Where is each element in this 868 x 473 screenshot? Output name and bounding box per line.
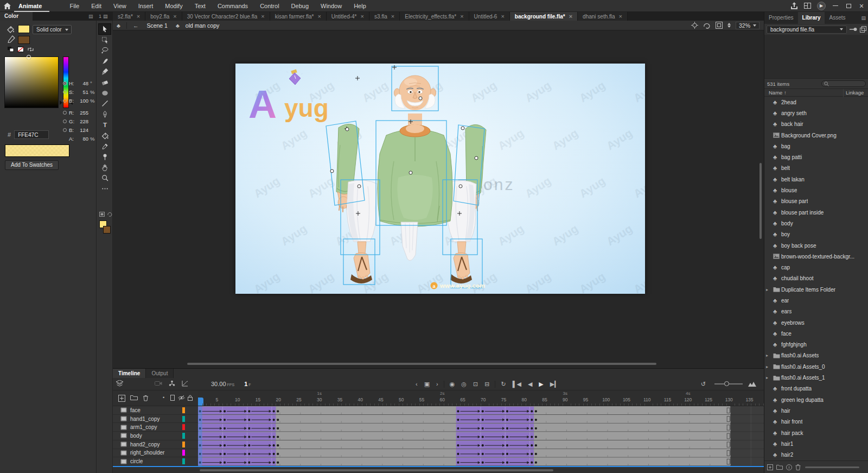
library-item[interactable]: ♣face — [764, 328, 868, 339]
menu-commands[interactable]: Commands — [212, 0, 254, 12]
column-name[interactable]: Name ↑ — [769, 90, 787, 96]
radio-button[interactable] — [63, 99, 67, 103]
color-row-s1[interactable]: S:51% — [63, 88, 95, 96]
default-colors-icon[interactable] — [8, 47, 14, 52]
layers-stack-icon[interactable] — [116, 380, 123, 388]
library-item[interactable]: ♣green leg dupatta — [764, 394, 868, 405]
workspace-icon[interactable] — [801, 0, 814, 12]
reset-timeline-zoom-icon[interactable]: ↺ — [701, 381, 706, 388]
canvas-horizontal-scrollbar[interactable] — [187, 363, 656, 365]
library-item[interactable]: ♣hair front — [764, 417, 868, 427]
library-item[interactable]: ♣hair1 — [764, 438, 868, 449]
back-arrow-icon[interactable]: ← — [133, 22, 139, 29]
timeline-zoom-slider[interactable] — [714, 383, 743, 384]
close-icon[interactable]: × — [460, 14, 463, 19]
expand-chevron-icon[interactable]: ▸ — [766, 287, 768, 292]
document-tab[interactable]: s2.fla*× — [113, 12, 145, 21]
rotation-icon[interactable] — [703, 22, 711, 29]
lasso-tool[interactable] — [99, 45, 111, 55]
library-item[interactable]: Background Cover.png — [764, 130, 868, 141]
new-folder-icon[interactable] — [776, 465, 783, 470]
library-horizontal-scrollbar[interactable] — [805, 466, 859, 468]
library-item[interactable]: ▸flash0.ai Assets_1 — [764, 372, 868, 383]
graph-editor-icon[interactable] — [182, 380, 188, 388]
saturation-brightness-box[interactable] — [4, 56, 59, 108]
layer-row[interactable]: face — [113, 406, 198, 415]
panel-menu-icon[interactable]: ▤ — [88, 14, 93, 19]
close-icon[interactable]: × — [173, 14, 176, 19]
camera-mode-icon[interactable] — [99, 212, 105, 217]
color-row-b2[interactable]: B:100% — [63, 97, 95, 104]
library-item[interactable]: ♣hair2 — [764, 450, 868, 461]
color-panel-tab[interactable]: Color — [0, 12, 33, 21]
close-icon[interactable]: × — [361, 14, 364, 19]
library-item[interactable]: ♣belt — [764, 163, 868, 174]
library-item[interactable]: ♣angry seth — [764, 108, 868, 118]
library-item[interactable]: ♣blouse part inside — [764, 207, 868, 218]
close-icon[interactable]: × — [569, 14, 572, 19]
rewind-icon[interactable]: ▌◀ — [513, 381, 521, 388]
close-icon[interactable]: × — [137, 14, 140, 19]
more-tool[interactable] — [99, 184, 111, 194]
menu-control[interactable]: Control — [254, 0, 285, 12]
expand-chevron-icon[interactable]: ▸ — [766, 364, 768, 369]
classic-brush-tool[interactable] — [99, 66, 111, 77]
library-item[interactable]: ♣cap — [764, 262, 868, 273]
color-row-r3[interactable]: R:255 — [63, 109, 95, 116]
eraser-tool[interactable] — [99, 77, 111, 87]
hand-tool[interactable] — [99, 162, 111, 173]
menu-view[interactable]: View — [107, 0, 132, 12]
close-icon[interactable]: × — [391, 14, 394, 19]
document-tab[interactable]: s3.fla× — [369, 12, 400, 21]
new-folder-icon[interactable] — [130, 395, 138, 402]
color-row-a6[interactable]: A:80% — [63, 135, 95, 142]
loop-icon[interactable]: ↻ — [501, 381, 506, 388]
properties-icon[interactable] — [786, 464, 792, 470]
asset-warp-tool[interactable] — [99, 152, 111, 162]
close-icon[interactable]: × — [261, 14, 264, 19]
new-layer-icon[interactable] — [118, 395, 125, 403]
color-cursor[interactable] — [27, 55, 31, 59]
layer-row[interactable]: body — [113, 432, 198, 440]
edit-multiple-frames-icon[interactable]: ⊡ — [473, 381, 478, 388]
menu-edit[interactable]: Edit — [85, 0, 107, 12]
document-tab[interactable]: dhani seth.fla× — [578, 12, 628, 21]
stage[interactable]: AyugAyugAyugAyugAyugAyugAyugAyugAyugAyug… — [235, 64, 645, 294]
playhead[interactable] — [198, 398, 203, 406]
current-color-swatch[interactable] — [5, 144, 69, 157]
stroke-pencil-icon[interactable] — [8, 35, 15, 44]
document-tab[interactable]: Electricity_effects.fla*× — [400, 12, 469, 21]
library-item[interactable]: ▸flash0.ai Assets_0 — [764, 361, 868, 372]
library-item[interactable]: ♣ears — [764, 306, 868, 317]
center-frame-icon[interactable] — [691, 22, 698, 29]
new-symbol-icon[interactable] — [767, 464, 773, 470]
delete-layer-icon[interactable] — [143, 395, 149, 402]
play-icon[interactable]: ▶ — [539, 381, 543, 388]
library-item[interactable]: ♣ear — [764, 295, 868, 306]
layer-row[interactable]: right_shoulder — [113, 449, 198, 458]
library-item[interactable]: ▸flash0.ai Assets — [764, 350, 868, 361]
document-tab[interactable]: kisan farmer.fla*× — [270, 12, 327, 21]
add-to-swatches-button[interactable]: Add To Swatches — [5, 160, 59, 170]
radio-button[interactable] — [63, 128, 67, 132]
pen-tool[interactable] — [99, 109, 111, 119]
library-item[interactable]: ♣back hair — [764, 119, 868, 130]
timeline-tab-timeline[interactable]: Timeline — [113, 369, 146, 378]
advanced-layers-icon[interactable] — [169, 380, 175, 388]
library-item[interactable]: ♣bag patti — [764, 152, 868, 162]
swap-colors-icon[interactable] — [27, 47, 34, 52]
timeline-tab-output[interactable]: Output — [146, 369, 174, 378]
layer-row[interactable]: hand1_copy — [113, 415, 198, 424]
new-library-panel-icon[interactable] — [860, 26, 866, 33]
menu-insert[interactable]: Insert — [132, 0, 159, 12]
fill-color-chip[interactable] — [18, 25, 30, 33]
library-item[interactable]: ♣chudail bhoot — [764, 273, 868, 284]
test-movie-icon[interactable]: ▶ — [817, 2, 826, 10]
color-row-g4[interactable]: G:228 — [63, 117, 95, 125]
layer-row[interactable]: circle — [113, 457, 198, 466]
delete-item-icon[interactable] — [795, 464, 801, 470]
eyedropper-tool[interactable] — [99, 141, 111, 152]
pasteboard[interactable]: AyugAyugAyugAyugAyugAyugAyugAyugAyugAyug… — [113, 30, 764, 368]
library-item[interactable]: ▸Duplicate Items Folder — [764, 284, 868, 295]
tab-library[interactable]: Library — [798, 12, 825, 24]
